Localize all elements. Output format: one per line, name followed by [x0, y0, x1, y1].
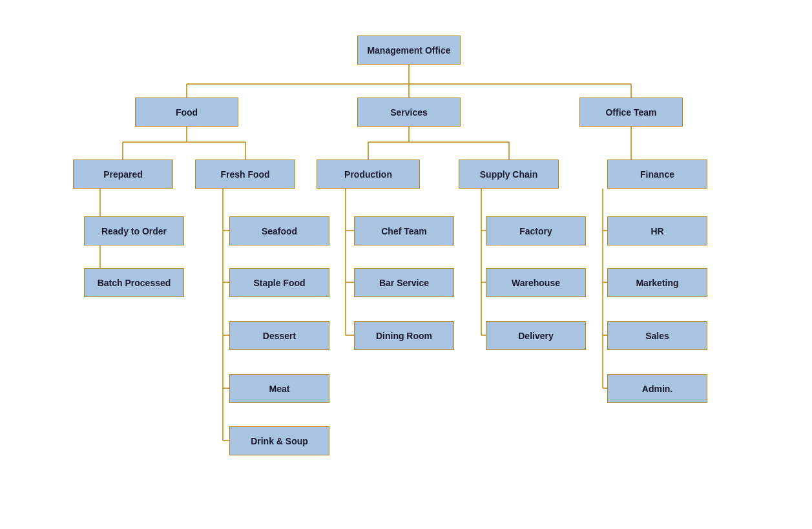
node-delivery: Delivery — [486, 321, 586, 350]
node-dining_room: Dining Room — [354, 321, 454, 350]
node-dessert: Dessert — [229, 321, 329, 350]
node-staple_food: Staple Food — [229, 268, 329, 297]
node-marketing: Marketing — [607, 268, 707, 297]
node-office_team: Office Team — [579, 98, 683, 127]
node-production: Production — [317, 160, 420, 189]
node-drink_soup: Drink & Soup — [229, 426, 329, 455]
connectors — [0, 0, 812, 494]
node-food: Food — [135, 98, 238, 127]
node-factory: Factory — [486, 216, 586, 245]
node-seafood: Seafood — [229, 216, 329, 245]
node-chef_team: Chef Team — [354, 216, 454, 245]
node-services: Services — [357, 98, 461, 127]
node-ready_to_order: Ready to Order — [84, 216, 184, 245]
org-chart: Management OfficeFoodServicesOffice Team… — [0, 0, 812, 494]
node-admin: Admin. — [607, 374, 707, 403]
node-finance: Finance — [607, 160, 707, 189]
node-hr: HR — [607, 216, 707, 245]
node-sales: Sales — [607, 321, 707, 350]
node-meat: Meat — [229, 374, 329, 403]
node-bar_service: Bar Service — [354, 268, 454, 297]
node-supply_chain: Supply Chain — [459, 160, 559, 189]
node-warehouse: Warehouse — [486, 268, 586, 297]
node-management_office: Management Office — [357, 36, 461, 65]
node-batch_processed: Batch Processed — [84, 268, 184, 297]
node-fresh_food: Fresh Food — [195, 160, 295, 189]
node-prepared: Prepared — [73, 160, 173, 189]
